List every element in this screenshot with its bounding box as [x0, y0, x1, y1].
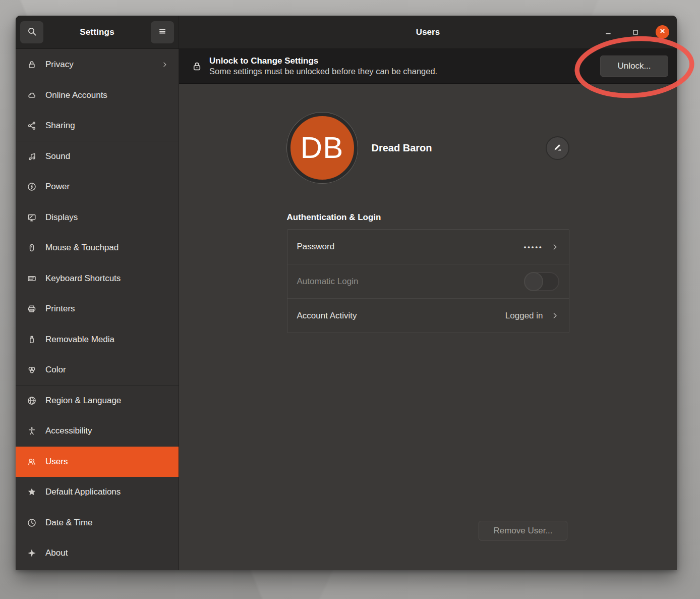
maximize-button[interactable] [628, 25, 642, 39]
sidebar-item-privacy[interactable]: Privacy [16, 49, 179, 80]
star-icon [27, 487, 36, 497]
sidebar-item-default-applications[interactable]: Default Applications [16, 477, 179, 508]
sidebar-item-accessibility[interactable]: Accessibility [16, 416, 179, 447]
chevron-right-icon [551, 243, 559, 251]
sidebar-item-displays[interactable]: Displays [16, 202, 179, 233]
chevron-right-icon [551, 311, 559, 320]
globe-icon [27, 396, 36, 405]
password-row[interactable]: Password ••••• [287, 230, 569, 264]
toggle-knob [524, 272, 543, 291]
unlock-banner: Unlock to Change Settings Some settings … [179, 49, 677, 84]
app-title: Settings [80, 27, 114, 37]
lock-icon [27, 60, 36, 69]
sidebar: PrivacyOnline AccountsSharingSoundPowerD… [16, 49, 179, 570]
search-button[interactable] [20, 21, 43, 43]
page-body: DB Dread Baron Authentication & Login Pa… [179, 84, 677, 570]
users-icon [27, 457, 36, 466]
sidebar-header: Settings [16, 16, 179, 48]
lock-icon [192, 61, 202, 72]
sidebar-item-label: Sharing [45, 121, 168, 131]
avatar: DB [287, 113, 358, 183]
auth-card: Password ••••• Automatic Login Account A… [287, 229, 569, 333]
remove-user-button[interactable]: Remove User... [479, 521, 567, 540]
sidebar-item-color[interactable]: Color [16, 355, 179, 386]
sidebar-item-keyboard-shortcuts[interactable]: Keyboard Shortcuts [16, 263, 179, 294]
usb-drive-icon [27, 335, 36, 344]
share-icon [27, 121, 36, 130]
banner-subtitle: Some settings must be unlocked before th… [209, 67, 437, 76]
avatar-initials: DB [301, 133, 343, 163]
user-name: Dread Baron [372, 142, 432, 154]
edit-name-button[interactable] [546, 136, 569, 160]
sidebar-item-mouse-touchpad[interactable]: Mouse & Touchpad [16, 233, 179, 263]
page-title: Users [416, 27, 440, 37]
account-activity-label: Account Activity [297, 311, 505, 321]
sparkle-icon [27, 549, 36, 558]
automatic-login-label: Automatic Login [297, 277, 524, 287]
automatic-login-toggle[interactable] [524, 272, 559, 291]
sidebar-item-removable-media[interactable]: Removable Media [16, 324, 179, 355]
window-controls [601, 16, 669, 48]
sidebar-item-label: Printers [45, 304, 168, 314]
sidebar-item-label: About [45, 548, 168, 558]
sidebar-item-online-accounts[interactable]: Online Accounts [16, 80, 179, 111]
minimize-button[interactable] [601, 25, 615, 39]
sidebar-item-label: Mouse & Touchpad [45, 243, 168, 253]
sidebar-item-sound[interactable]: Sound [16, 141, 179, 172]
keyboard-icon [27, 274, 36, 283]
auth-section-title: Authentication & Login [287, 212, 569, 223]
sidebar-item-label: Privacy [45, 60, 152, 70]
sidebar-item-region-language[interactable]: Region & Language [16, 386, 179, 416]
sidebar-item-label: Date & Time [45, 518, 168, 528]
account-activity-row[interactable]: Account Activity Logged in [287, 298, 569, 333]
power-icon [27, 182, 36, 191]
chevron-right-icon [161, 61, 168, 68]
sidebar-item-label: Displays [45, 212, 168, 223]
color-icon [27, 365, 36, 374]
sidebar-item-label: Default Applications [45, 487, 168, 497]
sidebar-item-label: Users [45, 457, 168, 467]
mouse-icon [27, 243, 36, 252]
sidebar-item-label: Removable Media [45, 335, 168, 345]
pencil-icon [553, 142, 562, 153]
sidebar-item-date-time[interactable]: Date & Time [16, 508, 179, 538]
hamburger-icon [158, 27, 167, 37]
clock-icon [27, 518, 36, 527]
sidebar-item-label: Color [45, 365, 168, 375]
music-note-icon [27, 152, 36, 161]
sidebar-item-label: Power [45, 182, 168, 192]
cloud-icon [27, 91, 36, 100]
users-panel: Unlock to Change Settings Some settings … [179, 49, 677, 570]
banner-title: Unlock to Change Settings [209, 56, 437, 66]
user-header: DB Dread Baron [287, 113, 569, 183]
accessibility-icon [27, 426, 36, 435]
menu-button[interactable] [151, 21, 174, 43]
unlock-button[interactable]: Unlock... [600, 56, 668, 77]
account-activity-status: Logged in [505, 311, 543, 321]
titlebar: Settings Users [16, 16, 677, 49]
sidebar-item-label: Keyboard Shortcuts [45, 274, 168, 284]
printer-icon [27, 304, 36, 313]
sidebar-item-users[interactable]: Users [16, 447, 179, 477]
password-label: Password [297, 242, 524, 252]
automatic-login-row: Automatic Login [287, 264, 569, 298]
close-button[interactable] [656, 25, 669, 39]
sidebar-item-sharing[interactable]: Sharing [16, 111, 179, 141]
display-icon [27, 213, 36, 222]
sidebar-item-label: Sound [45, 151, 168, 161]
banner-text: Unlock to Change Settings Some settings … [209, 56, 437, 76]
sidebar-item-about[interactable]: About [16, 538, 179, 569]
sidebar-item-label: Region & Language [45, 396, 168, 406]
close-icon [659, 27, 666, 37]
password-masked-value: ••••• [524, 243, 543, 251]
main-titlebar: Users [179, 16, 677, 48]
search-icon [27, 27, 37, 38]
sidebar-item-label: Accessibility [45, 426, 168, 436]
settings-window: Settings Users [16, 16, 677, 570]
sidebar-item-label: Online Accounts [45, 90, 168, 100]
sidebar-item-printers[interactable]: Printers [16, 294, 179, 324]
sidebar-item-power[interactable]: Power [16, 172, 179, 202]
